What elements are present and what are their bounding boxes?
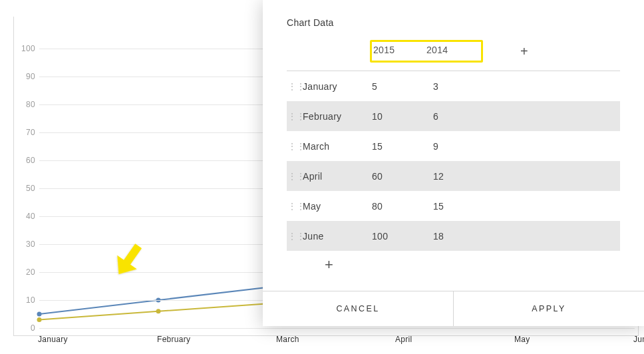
data-point [37,317,42,322]
y-axis-tick-label: 30 [17,240,35,249]
series-header-2[interactable]: 2014 [426,45,480,55]
chart-data-panel: Chart Data 2015 2014 + ⋮⋮January53⋮⋮Febr… [263,0,644,326]
month-cell[interactable]: May [303,201,372,212]
x-axis-tick-label: January [38,335,68,344]
x-axis-tick-label: May [514,335,530,344]
drag-handle-icon[interactable]: ⋮⋮ [287,142,303,151]
x-axis-tick-label: February [157,335,190,344]
value-cell-series-1[interactable]: 15 [372,141,433,152]
month-cell[interactable]: June [303,231,372,242]
y-axis-tick-label: 40 [17,212,35,221]
table-row: ⋮⋮February106 [287,101,620,131]
table-row: ⋮⋮May8015 [287,191,620,221]
x-axis-tick-label: April [395,335,412,344]
y-axis-tick-label: 60 [17,156,35,165]
month-cell[interactable]: January [303,81,372,92]
table-row: ⋮⋮January53 [287,71,620,101]
panel-title: Chart Data [287,17,620,28]
drag-handle-icon[interactable]: ⋮⋮ [287,202,303,211]
value-cell-series-2[interactable]: 6 [433,111,494,122]
table-row: ⋮⋮March159 [287,131,620,161]
month-cell[interactable]: March [303,141,372,152]
gridline [39,328,635,329]
value-cell-series-1[interactable]: 5 [372,81,433,92]
month-cell[interactable]: February [303,111,372,122]
value-cell-series-1[interactable]: 60 [372,171,433,182]
value-cell-series-1[interactable]: 80 [372,201,433,212]
y-axis-tick-label: 90 [17,72,35,81]
column-headers: 2015 2014 + [287,36,620,71]
month-cell[interactable]: April [303,171,372,182]
value-cell-series-1[interactable]: 10 [372,111,433,122]
cancel-button[interactable]: CANCEL [263,291,453,326]
x-axis-tick-label: June [633,335,644,344]
add-series-button[interactable]: + [520,45,528,58]
drag-handle-icon[interactable]: ⋮⋮ [287,112,303,121]
value-cell-series-2[interactable]: 3 [433,81,494,92]
value-cell-series-2[interactable]: 12 [433,171,494,182]
drag-handle-icon[interactable]: ⋮⋮ [287,232,303,241]
value-cell-series-1[interactable]: 100 [372,231,433,242]
panel-action-bar: CANCEL APPLY [263,291,644,326]
series-headers-highlight: 2015 2014 [370,40,483,63]
y-axis-tick-label: 10 [17,295,35,305]
series-header-1[interactable]: 2015 [373,45,426,55]
x-axis-tick-label: March [276,335,299,344]
add-row-button[interactable]: + [325,256,333,273]
y-axis-tick-label: 0 [17,323,35,333]
data-rows: ⋮⋮January53⋮⋮February106⋮⋮March159⋮⋮Apri… [287,71,620,251]
add-row-area: + [287,251,620,279]
y-axis-tick-label: 80 [17,100,35,109]
y-axis-tick-label: 50 [17,184,35,193]
y-axis-tick-label: 20 [17,267,35,277]
drag-handle-icon[interactable]: ⋮⋮ [287,172,303,181]
table-row: ⋮⋮April6012 [287,161,620,191]
drag-handle-icon[interactable]: ⋮⋮ [287,82,303,91]
data-point [37,312,42,317]
y-axis-tick-label: 100 [17,44,35,53]
value-cell-series-2[interactable]: 15 [433,201,494,212]
data-point [156,309,161,313]
table-row: ⋮⋮June10018 [287,221,620,251]
value-cell-series-2[interactable]: 18 [433,231,494,242]
y-axis-tick-label: 70 [17,128,35,137]
value-cell-series-2[interactable]: 9 [433,141,494,152]
apply-button[interactable]: APPLY [453,291,644,326]
